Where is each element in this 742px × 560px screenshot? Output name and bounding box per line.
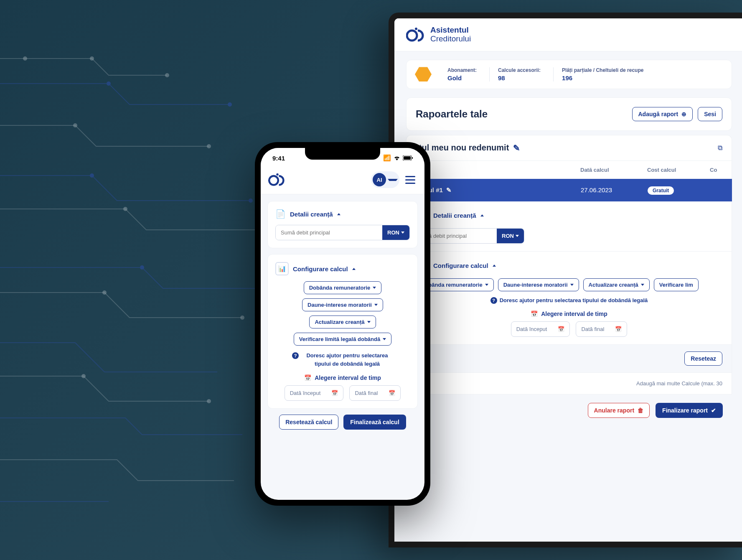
chip-verificare[interactable]: Verificare lim — [654, 278, 699, 291]
chevron-down-icon — [367, 321, 371, 323]
document-icon: 📄 — [275, 209, 286, 219]
col-data: Dată calcul — [580, 167, 630, 173]
chevron-down-icon — [373, 287, 376, 289]
amount-input-group: RON — [416, 228, 524, 244]
detail-title: Detalii creanță — [290, 211, 333, 218]
svg-point-7 — [102, 290, 107, 295]
report-name: rtul meu nou redenumit — [416, 143, 509, 153]
status-time: 9:41 — [272, 155, 285, 162]
signal-icon: 📶 — [383, 154, 391, 162]
svg-point-11 — [107, 81, 111, 86]
brand-line1: Asistentul — [430, 26, 471, 35]
row-date: 27.06.2023 — [581, 186, 631, 193]
calendar-icon: 📅 — [331, 390, 338, 396]
chevron-up-icon[interactable] — [493, 265, 496, 267]
config-title: Configurare calcul — [293, 265, 348, 272]
abonament-label: Abonament: — [447, 67, 477, 73]
help-icon: ? — [490, 297, 497, 304]
detail-title: Detalii creanță — [433, 212, 476, 219]
chevron-down-icon — [485, 284, 488, 286]
svg-point-17 — [407, 31, 417, 41]
finalize-calc-button[interactable]: Finalizează calcul — [343, 415, 406, 430]
col-cost: Cost calcul — [647, 167, 693, 173]
chip-actualizare[interactable]: Actualizare creanță — [309, 316, 376, 328]
report-title-row: rtul meu nou redenumit ✎ ⧉ — [406, 135, 732, 160]
chevron-down-icon — [388, 179, 398, 181]
interval-title: Alegere interval de timp — [315, 374, 381, 381]
chevron-down-icon — [641, 284, 644, 286]
add-report-button[interactable]: Adaugă raport ⊕ — [632, 107, 693, 121]
chevron-down-icon — [516, 235, 519, 237]
date-end-input[interactable]: Dată final 📅 — [349, 385, 401, 401]
chip-daune-interese[interactable]: Daune-interese moratorii — [498, 278, 579, 291]
calendar-check-icon: 📅 — [531, 311, 538, 317]
logo-icon[interactable] — [268, 172, 287, 187]
row-cost-badge: Gratuit — [648, 186, 674, 195]
logo-icon — [406, 26, 426, 43]
svg-point-18 — [415, 28, 417, 30]
svg-rect-21 — [412, 157, 413, 159]
add-more-text: Adaugă mai multe Calcule (max. 30 — [406, 373, 732, 395]
svg-point-8 — [240, 316, 244, 320]
chevron-down-icon — [383, 338, 386, 340]
copy-icon[interactable]: ⧉ — [718, 144, 722, 152]
edit-icon[interactable]: ✎ — [446, 186, 452, 194]
svg-point-2 — [165, 73, 169, 77]
plan-hexagon-icon — [415, 66, 432, 83]
chevron-up-icon[interactable] — [480, 214, 484, 216]
stats-bar: Abonament: Gold Calcule accesorii: 98 Pl… — [406, 60, 732, 89]
help-text[interactable]: Doresc ajutor pentru selectarea tipului … — [301, 351, 393, 368]
reset-calc-button[interactable]: Reseteaz — [684, 351, 722, 366]
desktop-screen: Asistentul Creditorului Abonament: Gold … — [389, 13, 742, 547]
reports-title: Rapoartele tale — [416, 108, 488, 120]
edit-icon[interactable]: ✎ — [513, 143, 520, 153]
chevron-down-icon — [374, 304, 378, 306]
date-start-input[interactable]: Dată început 📅 — [511, 321, 570, 337]
sesi-button[interactable]: Sesi — [698, 107, 722, 121]
chevron-down-icon — [570, 284, 574, 286]
table-header: Dată calcul Cost calcul Co — [406, 160, 732, 179]
svg-rect-20 — [404, 156, 411, 160]
svg-point-10 — [207, 399, 211, 403]
logo[interactable]: Asistentul Creditorului — [406, 26, 471, 43]
currency-select[interactable]: RON — [497, 229, 524, 243]
date-start-input[interactable]: Dată început 📅 — [285, 385, 344, 401]
phone-header: AI — [261, 168, 424, 194]
finalize-report-button[interactable]: Finalizare raport ✔ — [656, 403, 723, 418]
svg-point-4 — [207, 144, 211, 148]
svg-point-12 — [228, 102, 232, 107]
brand-line2: Creditorului — [430, 35, 471, 43]
chip-verificare[interactable]: Verificare limită legală dobândă — [294, 333, 391, 346]
ai-toggle[interactable]: AI — [371, 171, 399, 188]
menu-button[interactable] — [404, 174, 417, 186]
chevron-up-icon[interactable] — [337, 213, 341, 215]
chart-icon: 📊 — [275, 262, 289, 275]
date-end-input[interactable]: Dată final 📅 — [576, 321, 627, 337]
config-title: Configurare calcul — [433, 262, 488, 269]
chevron-up-icon[interactable] — [352, 268, 356, 270]
svg-point-13 — [90, 173, 94, 178]
svg-point-23 — [276, 173, 278, 176]
abonament-value: Gold — [447, 74, 477, 81]
plus-circle-icon: ⊕ — [681, 111, 686, 117]
help-text[interactable]: Doresc ajutor pentru selectarea tipului … — [500, 297, 648, 303]
plati-label: Plăți parțiale / Cheltuieli de recupe — [562, 67, 643, 73]
battery-icon — [403, 155, 413, 162]
amount-input[interactable] — [276, 225, 382, 240]
svg-point-1 — [90, 56, 94, 61]
calendar-check-icon: 📅 — [304, 374, 311, 381]
cancel-report-button[interactable]: Anulare raport 🗑 — [588, 403, 650, 418]
help-icon: ? — [292, 352, 299, 359]
svg-point-5 — [123, 207, 127, 211]
currency-select[interactable]: RON — [382, 225, 409, 240]
chip-daune-interese[interactable]: Daune-interese moratorii — [302, 298, 383, 311]
chip-dobanda-remuneratorie[interactable]: Dobânda remuneratorie — [304, 281, 382, 294]
chip-actualizare[interactable]: Actualizare creanță — [583, 278, 650, 291]
svg-point-15 — [140, 265, 144, 270]
trash-icon: 🗑 — [638, 407, 643, 414]
phone-screen: 9:41 📶 AI — [255, 142, 430, 506]
table-row[interactable]: Calcul #1 ✎ 27.06.2023 Gratuit — [406, 179, 732, 201]
calendar-icon: 📅 — [558, 326, 564, 332]
reset-calc-button[interactable]: Resetează calcul — [279, 415, 338, 430]
calcule-value: 98 — [498, 74, 541, 81]
